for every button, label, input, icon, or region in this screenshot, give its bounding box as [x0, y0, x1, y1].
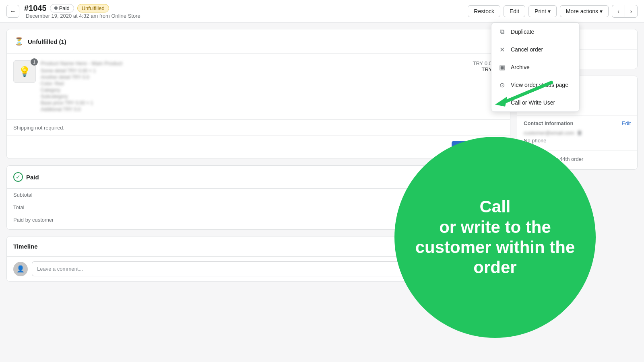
paid-check-icon: ✓: [13, 172, 23, 182]
order-title-section: #1045 Paid Unfulfilled December 19, 2020…: [24, 4, 140, 19]
product-row: 💡 1 Product Name Here - Main Product Som…: [7, 54, 510, 119]
chevron-right-icon: ›: [630, 8, 632, 14]
contact-email-row: customer@email.com 🗑: [524, 130, 631, 136]
shipping-note: Shipping not required.: [7, 119, 510, 136]
paid-badge: Paid: [50, 4, 74, 12]
top-bar-actions: Restock Edit Print ▾ More actions ▾ ‹ ›: [468, 5, 638, 18]
print-chevron-icon: ▾: [548, 8, 551, 14]
unfulfilled-badge: Unfulfilled: [77, 4, 109, 12]
restock-button[interactable]: Restock: [468, 5, 500, 17]
svg-marker-0: [495, 97, 507, 107]
product-thumbnail: 💡 1: [13, 60, 36, 83]
contact-header: Contact information Edit: [524, 120, 631, 126]
order-title-row: #1045 Paid Unfulfilled: [24, 4, 140, 13]
product-detail-3: Color: Red: [41, 81, 450, 86]
back-icon: ←: [10, 8, 16, 15]
product-info: Product Name Here - Main Product Some de…: [41, 60, 450, 113]
top-bar: ← #1045 Paid Unfulfilled December 19, 20…: [0, 0, 644, 23]
unfulfilled-card: ⏳ Unfulfilled (1) 💡 1 Product Name Here …: [6, 29, 510, 159]
product-quantity-badge: 1: [31, 58, 38, 66]
product-detail-2: Another detail TRY 0.0: [41, 74, 450, 80]
order-number: #1045: [24, 4, 47, 13]
arrow-callout: [495, 78, 559, 112]
archive-label: Archive: [511, 64, 530, 70]
contact-phone-row: No phone: [524, 138, 631, 144]
paid-title: Paid: [26, 174, 39, 181]
next-order-button[interactable]: ›: [625, 5, 638, 18]
prev-order-button[interactable]: ‹: [612, 5, 625, 18]
more-actions-button[interactable]: More actions ▾: [560, 5, 609, 17]
unfulfilled-card-footer: Mark as fulfilled: [7, 136, 510, 158]
order-subtitle: December 19, 2020 at 4:32 am from Online…: [26, 13, 140, 19]
timeline-title: Timeline: [13, 243, 38, 250]
product-detail-5: Subcategory: [41, 94, 450, 99]
product-detail-4: Category: [41, 87, 450, 93]
cancel-icon: ✕: [498, 45, 506, 53]
product-detail-1: Some detail TRY 0.00 × 1: [41, 68, 450, 74]
nav-arrows: ‹ ›: [612, 5, 638, 18]
archive-icon: ▣: [498, 63, 506, 71]
dropdown-item-duplicate[interactable]: ⧉ Duplicate: [491, 23, 579, 41]
duplicate-label: Duplicate: [511, 29, 534, 35]
total-label: Total: [13, 204, 24, 210]
print-button[interactable]: Print ▾: [528, 5, 557, 17]
contact-edit-link[interactable]: Edit: [622, 120, 631, 126]
product-detail-6: Base price TRY 0.00 × 1: [41, 100, 450, 106]
product-name[interactable]: Product Name Here - Main Product: [41, 60, 450, 66]
callout-text: Callor write to thecustomer within theor…: [407, 189, 583, 286]
dropdown-item-archive[interactable]: ▣ Archive: [491, 58, 579, 76]
chevron-left-icon: ‹: [617, 8, 619, 14]
unfulfilled-icon: ⏳: [13, 36, 25, 47]
comment-placeholder: Leave a comment...: [37, 266, 432, 272]
contact-title: Contact information: [524, 120, 574, 126]
edit-button[interactable]: Edit: [504, 5, 525, 17]
contact-email: customer@email.com: [524, 130, 574, 136]
green-callout-overlay: Callor write to thecustomer within theor…: [394, 137, 596, 338]
back-button[interactable]: ←: [6, 5, 19, 18]
product-detail-7: Additional TRY 0.0: [41, 107, 450, 112]
delete-email-icon[interactable]: 🗑: [577, 130, 582, 136]
duplicate-icon: ⧉: [498, 28, 506, 36]
unfulfilled-header: ⏳ Unfulfilled (1): [7, 29, 510, 54]
more-actions-chevron-icon: ▾: [600, 8, 603, 14]
dropdown-item-cancel[interactable]: ✕ Cancel order: [491, 41, 579, 58]
unfulfilled-title: Unfulfilled (1): [28, 38, 66, 45]
user-avatar: 👤: [13, 262, 28, 276]
cancel-label: Cancel order: [511, 46, 543, 53]
subtotal-label: Subtotal: [13, 192, 33, 198]
